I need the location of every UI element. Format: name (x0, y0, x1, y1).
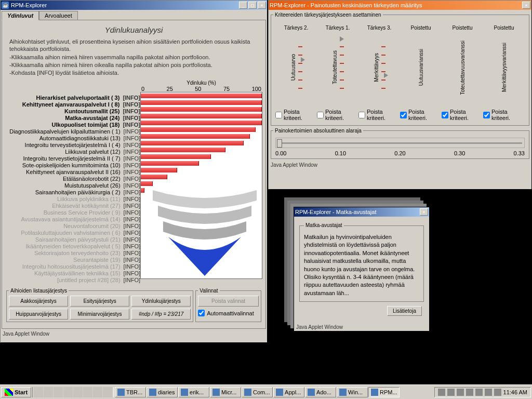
tray-icon[interactable] (494, 389, 501, 396)
info-link[interactable]: [INFO] (124, 149, 140, 155)
ql-icon[interactable] (63, 387, 73, 397)
task-button[interactable]: Com... (242, 387, 273, 397)
info-link[interactable]: [INFO] (124, 169, 140, 176)
item-row[interactable]: Avustavava asiantuntijajärjestelmä (14)[… (5, 216, 140, 223)
item-row[interactable]: Automaattidiagnostiikkatuki (13)[INFO] (5, 135, 140, 142)
criterion[interactable]: PoistettuUutuusvarianssi (402, 25, 440, 101)
auto-checkbox[interactable] (198, 310, 205, 316)
info-link[interactable]: [INFO] (123, 108, 140, 115)
close-button[interactable]: × (258, 2, 266, 9)
ql-icon[interactable] (83, 387, 92, 397)
item-row[interactable]: Etäläsnäolorobotit (22)[INFO] (5, 176, 140, 182)
info-link[interactable]: [INFO] (124, 230, 140, 236)
info-link[interactable]: [INFO] (124, 203, 140, 209)
info-link[interactable]: [INFO] (123, 122, 140, 128)
info-link[interactable]: [INFO] (124, 182, 140, 189)
sort-button[interactable]: Aakkosjärjestys (9, 296, 68, 307)
task-button[interactable]: Appl... (273, 387, 304, 397)
info-link[interactable]: [INFO] (124, 196, 140, 203)
tray-icon[interactable] (457, 389, 464, 396)
info-link[interactable]: [INFO] (124, 162, 140, 169)
ql-icon[interactable] (93, 387, 102, 397)
item-row[interactable]: Sairaanhoitajien päiväkirurgia ( 2)[INFO… (5, 189, 140, 196)
sort-button[interactable]: Minimiarvojärjestys (70, 309, 129, 320)
info-link[interactable]: [INFO] (124, 216, 140, 223)
item-row[interactable]: Seurantapiste (19)[INFO] (5, 257, 140, 263)
remove-criterion-check[interactable]: Poista kriteeri. (358, 109, 400, 121)
item-row[interactable]: Sairaanhoitajien päivystystuli (21)[INFO… (5, 236, 140, 243)
tab-arvoalueet[interactable]: Arvoalueet (39, 11, 78, 20)
criterion[interactable]: Tärkeys 2.Uutuusarvo (277, 25, 315, 101)
task-button[interactable]: erik... (178, 387, 209, 397)
tray-icon[interactable] (485, 389, 492, 396)
item-row[interactable]: Integroitu hoitosuositusjärjestelmä (17)… (5, 263, 140, 270)
criterion[interactable]: Tärkeys 1.Toteutettavuus (319, 25, 356, 101)
remove-criterion-check[interactable]: Poista kriteeri. (483, 109, 525, 121)
sort-button[interactable]: Ydinlukujärjestys (131, 296, 191, 307)
item-row[interactable]: Diagnostiikkapalvelujen kilpailuttaminen… (5, 128, 140, 135)
info-link[interactable]: [INFO] (124, 155, 140, 162)
ql-icon[interactable] (103, 387, 112, 397)
item-row[interactable]: Matka-avustajat (24)[INFO] (5, 115, 140, 122)
info-link[interactable]: [INFO] (124, 263, 140, 270)
task-button[interactable]: Win... (337, 387, 368, 397)
item-row[interactable]: Hierarkiset palveluportaalit ( 3)[INFO] (5, 95, 140, 101)
info-link[interactable]: [INFO] (124, 257, 140, 263)
remove-selections-button[interactable]: Poista valinnat (198, 296, 259, 307)
remove-criterion-check[interactable]: Poista kriteeri. (442, 109, 483, 121)
sort-button[interactable]: Esitysjärjestys (70, 296, 129, 307)
criterion[interactable]: PoistettuMerkittävyysvarianssi (485, 25, 523, 101)
item-row[interactable]: [untitled project #28] (28)[INFO] (5, 277, 140, 284)
maximize-button[interactable]: □ (248, 2, 257, 9)
item-row[interactable]: Ehkäisevät kotikäynnit (27)[INFO] (5, 203, 140, 209)
remove-criterion-check[interactable]: Poista kriteeri. (400, 109, 442, 121)
ql-icon[interactable] (34, 387, 43, 397)
task-button[interactable]: Ado... (305, 387, 336, 397)
item-row[interactable]: Ulkopuoliset toimijat (18)[INFO] (5, 122, 140, 128)
item-row[interactable]: Kehittyneet ajanvarauspalvelut I ( 8)[IN… (5, 101, 140, 108)
info-link[interactable]: [INFO] (124, 243, 140, 250)
weight-slider[interactable] (275, 138, 525, 148)
info-link[interactable]: [INFO] (123, 95, 140, 101)
tray-icon[interactable] (447, 389, 455, 396)
info-link[interactable]: [INFO] (124, 250, 140, 257)
remove-criterion-check[interactable]: Poista kriteeri. (275, 109, 317, 121)
info-link[interactable]: [INFO] (124, 270, 140, 277)
ql-icon[interactable] (73, 387, 83, 397)
auto-selections-check[interactable]: Automaattivalinnat (198, 310, 259, 316)
info-link[interactable]: [INFO] (124, 189, 140, 196)
item-row[interactable]: Integroitu terveystietojärjestelmä II ( … (5, 155, 140, 162)
slider-thumb[interactable] (277, 139, 282, 148)
item-row[interactable]: Sektorirajaton terveydenhoito (23)[INFO] (5, 250, 140, 257)
criterion[interactable]: Tärkeys 3.Merkittävyys (361, 25, 398, 101)
close-button[interactable]: × (522, 2, 530, 9)
remove-criterion-check[interactable]: Poista kriteeri. (317, 109, 358, 121)
info-link[interactable]: [INFO] (123, 101, 140, 108)
ql-icon[interactable] (44, 387, 53, 397)
item-row[interactable]: Muistutuspalvelut (26)[INFO] (5, 182, 140, 189)
task-button[interactable]: TBR... (115, 387, 146, 397)
info-link[interactable]: [INFO] (124, 135, 140, 142)
info-link[interactable]: [INFO] (124, 142, 140, 149)
task-button[interactable]: diaries (147, 387, 178, 397)
more-info-button[interactable]: Lisätietoja (387, 306, 422, 316)
criterion[interactable]: PoistettuToteutettavuusvarianssi (444, 25, 481, 101)
close-button[interactable]: × (420, 208, 428, 216)
item-row[interactable]: Liikkuvat palvelut (12)[INFO] (5, 149, 140, 155)
info-link[interactable]: [INFO] (124, 236, 140, 243)
item-row[interactable]: Kuntoutusmallit (25)[INFO] (5, 108, 140, 115)
sort-button[interactable]: Huippuarvojärjestys (9, 309, 68, 320)
info-link[interactable]: [INFO] (124, 128, 140, 135)
info-link[interactable]: [INFO] (124, 176, 140, 182)
minimize-button[interactable]: _ (239, 2, 247, 9)
tray-icon[interactable] (475, 389, 483, 396)
info-link[interactable]: [INFO] (124, 209, 140, 216)
item-row[interactable]: Integroitu terveystietojärjestelmä I ( 4… (5, 142, 140, 149)
info-link[interactable]: [INFO] (124, 277, 140, 284)
tray-icon[interactable] (438, 389, 445, 396)
item-row[interactable]: Ikääntyneiden tietoverkkopalvelut ( 5)[I… (5, 243, 140, 250)
info-link[interactable]: [INFO] (123, 115, 140, 122)
item-row[interactable]: Sote-opiskelijoiden kummitoiminta (10)[I… (5, 162, 140, 169)
tray-icon[interactable] (466, 389, 473, 396)
start-button[interactable]: Start (1, 387, 31, 397)
